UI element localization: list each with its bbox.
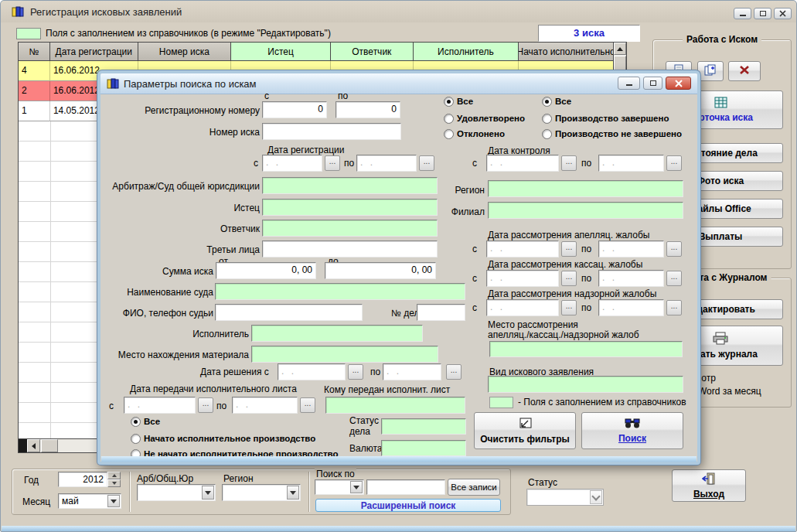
delete-claim-button[interactable] (728, 61, 761, 81)
region-combobox[interactable] (222, 484, 301, 501)
control-date-to-field[interactable]: . . (598, 155, 664, 172)
amount-to-field[interactable]: 0, 00 (325, 262, 436, 279)
radio-result-all[interactable] (444, 97, 454, 107)
amount-from-field[interactable]: 0, 00 (216, 262, 316, 279)
court-name-field[interactable] (215, 283, 465, 300)
spin-up-icon[interactable] (107, 472, 121, 479)
cassation-date-to-browse-button[interactable]: ... (666, 271, 682, 286)
reg-number-to-field[interactable]: 0 (335, 101, 400, 118)
defendant-field[interactable] (262, 220, 438, 237)
decision-date-to-field[interactable]: . . (383, 363, 441, 380)
month-combobox[interactable]: май (58, 493, 121, 509)
radio-production-all[interactable] (542, 97, 552, 107)
app-icon (12, 5, 24, 20)
reg-date-to-field[interactable]: . . (356, 155, 417, 172)
judge-field[interactable] (215, 304, 363, 321)
dropdown-arrow-icon[interactable] (202, 486, 214, 500)
reg-date-from-browse-button[interactable]: ... (325, 155, 340, 171)
appeal-date-from-field[interactable]: . . (486, 240, 559, 257)
supervisory-date-to-field[interactable]: . . (598, 299, 664, 316)
dialog-close-button[interactable] (666, 77, 691, 90)
from-label: с (472, 158, 477, 169)
decision-date-from-browse-button[interactable]: ... (348, 364, 363, 380)
court-type-combobox[interactable] (137, 484, 216, 501)
third-parties-label: Третьи лица (105, 244, 260, 255)
status-combobox[interactable] (526, 489, 604, 506)
radio-enforcement-all[interactable] (131, 417, 141, 427)
currency-field[interactable] (381, 440, 466, 456)
review-place-field[interactable] (489, 341, 683, 357)
appeal-date-from-browse-button[interactable]: ... (561, 241, 577, 257)
court-field[interactable] (262, 177, 438, 194)
executor-field[interactable] (251, 325, 423, 342)
dropdown-arrow-icon[interactable] (107, 495, 120, 507)
dialog-titlebar[interactable]: Параметры поиска по искам (100, 73, 697, 94)
month-value: май (62, 496, 79, 506)
control-date-from-browse-button[interactable]: ... (561, 155, 577, 171)
search-dialog: Параметры поиска по искам Все Удовлетвор… (97, 70, 700, 465)
cassation-date-to-field[interactable]: . . (598, 270, 664, 287)
radio-production-unfinished[interactable] (542, 129, 552, 139)
minimize-button[interactable] (734, 8, 751, 19)
window-titlebar[interactable]: Регистрация исковых заявлений (1, 1, 796, 22)
claim-type-field[interactable] (488, 376, 683, 393)
third-parties-field[interactable] (262, 240, 438, 257)
appeal-date-to-field[interactable]: . . (598, 240, 664, 257)
dropdown-arrow-icon[interactable] (350, 481, 363, 493)
reg-number-from-field[interactable]: 0 (262, 101, 327, 118)
supervisory-date-from-browse-button[interactable]: ... (561, 300, 577, 315)
writ-holder-field[interactable] (325, 397, 465, 414)
maximize-button[interactable] (754, 8, 771, 19)
cassation-date-from-browse-button[interactable]: ... (561, 271, 577, 286)
writ-date-to-field[interactable]: . . (232, 397, 298, 414)
copy-claim-button[interactable] (697, 61, 724, 81)
reg-date-to-browse-button[interactable]: ... (419, 155, 434, 171)
control-date-to-browse-button[interactable]: ... (666, 155, 682, 171)
plaintiff-field[interactable] (262, 199, 438, 216)
cassation-date-from-field[interactable]: . . (486, 270, 559, 287)
branch-field[interactable] (488, 202, 683, 219)
writ-date-from-browse-button[interactable]: ... (198, 397, 213, 413)
dialog-minimize-button[interactable] (618, 77, 640, 90)
clear-filters-button[interactable]: Очистить фильтры (474, 412, 576, 449)
radio-result-satisfied[interactable] (444, 114, 454, 124)
case-status-field[interactable] (381, 418, 466, 435)
region-label: Регион (420, 185, 485, 196)
case-number-field[interactable] (417, 304, 465, 321)
clear-filters-icon (518, 418, 532, 432)
region-field[interactable] (488, 180, 683, 197)
appeal-date-to-browse-button[interactable]: ... (666, 241, 682, 257)
exit-button[interactable]: Выход (672, 469, 746, 502)
reg-date-from-field[interactable]: . . (262, 155, 322, 172)
advanced-search-button[interactable]: Расширенный поиск (315, 499, 501, 512)
supervisory-date-to-browse-button[interactable]: ... (666, 300, 682, 315)
chevron-down-icon[interactable] (590, 490, 602, 504)
close-button[interactable] (774, 8, 792, 19)
spin-down-icon[interactable] (107, 479, 121, 487)
decision-date-from-field[interactable]: . . (278, 363, 346, 380)
search-input[interactable] (366, 479, 445, 495)
writ-date-to-browse-button[interactable]: ... (300, 397, 315, 413)
writ-date-from-field[interactable]: . . (124, 397, 196, 414)
to-label: по (581, 244, 591, 254)
year-spin-buttons[interactable] (107, 472, 121, 487)
radio-result-rejected[interactable] (444, 129, 454, 139)
material-place-field[interactable] (251, 346, 438, 363)
scroll-thumb[interactable] (41, 439, 58, 452)
claim-number-field[interactable] (262, 123, 401, 140)
decision-date-to-browse-button[interactable]: ... (446, 364, 462, 380)
scroll-up-button[interactable] (614, 43, 626, 55)
radio-production-finished[interactable] (542, 114, 552, 124)
dialog-icon (107, 77, 119, 92)
all-records-button[interactable]: Все записи (448, 479, 500, 496)
search-by-combobox[interactable] (315, 479, 364, 495)
scroll-left-button[interactable] (27, 439, 40, 452)
radio-enforcement-started[interactable] (131, 434, 141, 444)
dropdown-arrow-icon[interactable] (287, 486, 299, 500)
control-date-from-field[interactable]: . . (486, 155, 559, 172)
binoculars-icon (625, 418, 640, 431)
dialog-maximize-button[interactable] (643, 77, 662, 90)
year-spinner[interactable]: 2012 (58, 472, 107, 487)
search-button[interactable]: Поиск (581, 412, 683, 449)
supervisory-date-from-field[interactable]: . . (486, 299, 559, 316)
